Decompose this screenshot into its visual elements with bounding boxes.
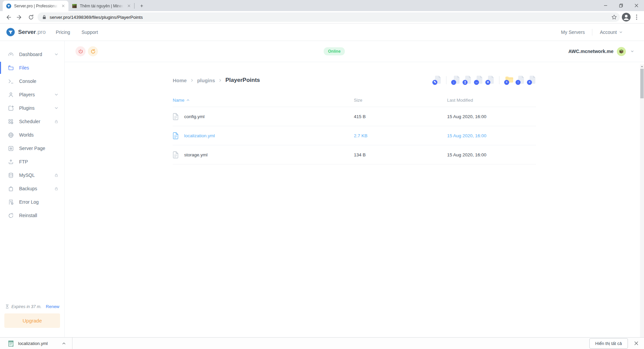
browser-tab-1[interactable]: Server.pro | Professional Game S	[3, 1, 68, 11]
browser-tab-2[interactable]: Thêm tài nguyên | Minecraft Việt	[68, 1, 134, 11]
server-page-icon	[8, 145, 14, 152]
console-icon	[8, 78, 14, 85]
plus-badge-icon: +	[527, 80, 532, 85]
server-selector[interactable]: AWC.mcnetwork.me	[568, 47, 634, 56]
breadcrumb-home[interactable]: Home	[173, 78, 187, 83]
close-tab-icon[interactable]	[126, 3, 131, 9]
forward-button[interactable]	[15, 12, 24, 22]
file-name: storage.yml	[184, 152, 208, 157]
sidebar-item-ftp[interactable]: FTP	[0, 155, 64, 168]
main-nav: Pricing Support	[56, 30, 98, 35]
column-header-name[interactable]: Name	[173, 98, 354, 103]
sidebar-item-worlds[interactable]: Worlds	[0, 128, 64, 142]
pencil-badge-icon: ✎	[432, 80, 437, 85]
tab-divider	[134, 3, 135, 9]
close-download-bar-icon[interactable]	[633, 340, 639, 346]
new-tab-button[interactable]	[137, 1, 146, 10]
players-icon	[8, 92, 14, 98]
address-bar[interactable]: server.pro/14398369/files/plugins/Player…	[38, 12, 620, 22]
nav-pricing[interactable]: Pricing	[56, 30, 70, 35]
upload-file-button[interactable]: ↑	[516, 76, 525, 85]
minimize-button[interactable]	[598, 0, 613, 11]
backups-icon	[8, 186, 14, 192]
dashboard-icon	[8, 51, 14, 58]
sidebar-item-label: Plugins	[19, 105, 35, 111]
sidebar-item-players[interactable]: Players	[0, 88, 64, 101]
sidebar-item-label: MySQL	[19, 172, 35, 178]
unarchive-file-button[interactable]: ↥	[463, 76, 472, 85]
chevron-down-icon	[54, 52, 58, 56]
window-controls	[598, 0, 644, 11]
power-button[interactable]	[75, 46, 86, 56]
browser-toolbar: server.pro/14398369/files/plugins/Player…	[0, 11, 644, 23]
my-servers-link[interactable]: My Servers	[561, 30, 585, 35]
page-scrollbar[interactable]	[640, 64, 644, 349]
browser-menu-icon[interactable]	[633, 13, 641, 21]
breadcrumb-separator-icon	[218, 79, 222, 82]
header-right: My Servers Account	[561, 29, 638, 36]
site-header: Server.pro Pricing Support My Servers Ac…	[0, 23, 644, 41]
bookmark-star-icon[interactable]	[610, 13, 619, 21]
error-log-icon	[8, 199, 14, 205]
file-table-body: config.yml415 B15 Aug 2020, 16:00localiz…	[173, 107, 536, 164]
table-row[interactable]: localization.yml2.7 KB15 Aug 2020, 16:00	[173, 126, 536, 145]
sidebar-item-mysql[interactable]: MySQL	[0, 168, 64, 182]
downloaded-file-name: localization.yml	[18, 341, 48, 346]
sidebar-item-plugins[interactable]: Plugins	[0, 101, 64, 115]
delete-file-button[interactable]: ✕	[485, 76, 494, 85]
lock-icon	[54, 173, 58, 177]
browser-profile-avatar[interactable]	[622, 13, 631, 21]
new-folder-button[interactable]: +	[504, 76, 513, 85]
sidebar-item-error-log[interactable]: Error Log	[0, 195, 64, 209]
account-label: Account	[600, 30, 617, 35]
expires-row: Expires in 37 m. Renew	[5, 304, 59, 309]
file-name-cell: localization.yml	[173, 132, 354, 139]
file-manager: HomepluginsPlayerPoints ✎↓↥→✕+↑+ Name Si…	[173, 76, 536, 164]
sidebar-item-server-page[interactable]: Server Page	[0, 142, 64, 155]
chevron-down-icon	[54, 93, 58, 97]
tab-title: Thêm tài nguyên | Minecraft Việt	[80, 4, 123, 8]
file-name: localization.yml	[184, 133, 215, 138]
scrollbar-thumb[interactable]	[640, 69, 644, 98]
sidebar-item-label: Reinstall	[19, 213, 37, 218]
downloaded-file-item[interactable]: localization.yml	[0, 338, 72, 349]
upgrade-button[interactable]: Upgrade	[4, 313, 60, 328]
sidebar-item-dashboard[interactable]: Dashboard	[0, 48, 64, 61]
sidebar-item-label: Dashboard	[19, 52, 42, 57]
refresh-button[interactable]	[26, 12, 36, 22]
mysql-icon	[8, 172, 14, 179]
renew-link[interactable]: Renew	[46, 304, 59, 309]
download-item-chevron-up-icon[interactable]	[60, 340, 67, 347]
new-file-button[interactable]: +	[527, 76, 536, 85]
serverpro-logo[interactable]: Server.pro	[6, 28, 46, 37]
scrollbar-up-arrow[interactable]	[640, 64, 644, 68]
minecraft-block-icon	[619, 49, 624, 54]
chevron-down-icon	[54, 106, 58, 110]
show-all-downloads-button[interactable]: Hiển thị tất cả	[589, 338, 628, 349]
sidebar-item-scheduler[interactable]: Scheduler	[0, 115, 64, 128]
table-row[interactable]: config.yml415 B15 Aug 2020, 16:00	[173, 107, 536, 126]
nav-support[interactable]: Support	[82, 30, 98, 35]
back-button[interactable]	[3, 12, 13, 22]
breadcrumb-plugins[interactable]: plugins	[197, 78, 215, 83]
table-row[interactable]: storage.yml134 B15 Aug 2020, 16:00	[173, 145, 536, 164]
account-menu[interactable]: Account	[600, 30, 623, 35]
file-modified: 15 Aug 2020, 16:00	[447, 152, 536, 157]
rename-file-button[interactable]: ✎	[432, 76, 441, 85]
breadcrumb-playerpoints: PlayerPoints	[225, 77, 260, 84]
sidebar-item-backups[interactable]: Backups	[0, 182, 64, 195]
sidebar-item-reinstall[interactable]: Reinstall	[0, 209, 64, 222]
download-file-button[interactable]: ↓	[451, 76, 460, 85]
sidebar-item-label: Scheduler	[19, 119, 40, 124]
close-window-button[interactable]	[629, 0, 644, 11]
close-tab-icon[interactable]	[60, 3, 66, 9]
sidebar-item-console[interactable]: Console	[0, 74, 64, 88]
restore-button[interactable]	[613, 0, 629, 11]
sidebar-item-files[interactable]: Files	[0, 61, 64, 74]
tab-title: Server.pro | Professional Game S	[14, 4, 58, 8]
url-text[interactable]: server.pro/14398369/files/plugins/Player…	[50, 15, 606, 20]
download-bar-divider	[72, 338, 72, 349]
restart-button[interactable]	[88, 46, 98, 56]
move-file-button[interactable]: →	[474, 76, 483, 85]
sort-ascending-icon	[186, 99, 190, 102]
